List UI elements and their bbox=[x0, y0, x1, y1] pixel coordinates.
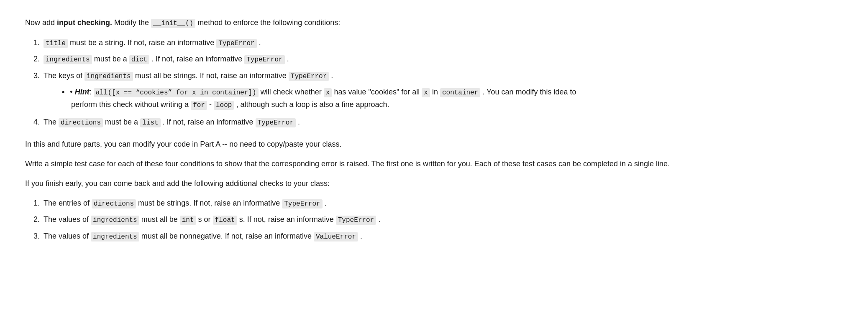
directions-code-1: directions bbox=[59, 118, 103, 127]
condition-item-1: title must be a string. If not, raise an… bbox=[42, 37, 820, 49]
cond3-end: . bbox=[331, 71, 333, 80]
hint-colon: : bbox=[90, 88, 94, 96]
condition-item-4: The directions must be a list . If not, … bbox=[42, 116, 820, 129]
extra3-suffix: must all be nonnegative. If not, raise a… bbox=[141, 232, 314, 240]
condition-item-3: The keys of ingredients must all be stri… bbox=[42, 70, 820, 111]
float-code: float bbox=[213, 216, 237, 225]
intro-paragraph: Now add input checking. Modify the __ini… bbox=[25, 17, 820, 29]
ingredients-code-3: ingredients bbox=[91, 216, 139, 225]
hint-code: all([x == “cookies” for x in container]) bbox=[94, 88, 259, 97]
init-code: __init__() bbox=[151, 19, 195, 28]
extra1-error: TypeError bbox=[282, 199, 322, 208]
intro-bold: input checking. bbox=[57, 18, 112, 27]
extra2-s2: s. If not, raise an informative bbox=[239, 215, 336, 224]
extra2-error: TypeError bbox=[336, 216, 376, 225]
hint-period: . You can modify this idea to bbox=[482, 88, 576, 96]
cond3-error: TypeError bbox=[289, 72, 329, 81]
int-code: int bbox=[180, 216, 196, 225]
dict-code: dict bbox=[129, 55, 149, 64]
cond4-end: . bbox=[298, 118, 300, 126]
extra-checks-list: The entries of directions must be string… bbox=[25, 197, 820, 243]
title-code: title bbox=[44, 39, 68, 48]
intro-rest: method to enforce the following conditio… bbox=[195, 18, 340, 27]
extra3-prefix: The values of bbox=[44, 232, 91, 240]
hint-line2: perform this check without writing a bbox=[62, 99, 189, 111]
extra-item-2: The values of ingredients must all be in… bbox=[42, 214, 820, 226]
cond4-error: TypeError bbox=[256, 118, 296, 127]
cond1-error: TypeError bbox=[216, 39, 256, 48]
extra1-suffix: must be strings. If not, raise an inform… bbox=[138, 199, 282, 207]
conditions-list: title must be a string. If not, raise an… bbox=[25, 37, 820, 129]
cond1-suffix: must be a string. If not, raise an infor… bbox=[70, 38, 216, 47]
finish-early: If you finish early, you can come back a… bbox=[25, 178, 820, 190]
ingredients-code-4: ingredients bbox=[91, 232, 139, 241]
hint-label: Hint bbox=[75, 88, 90, 96]
main-content: Now add input checking. Modify the __ini… bbox=[25, 17, 820, 242]
extra3-error: ValueError bbox=[314, 232, 358, 241]
condition-item-2: ingredients must be a dict . If not, rai… bbox=[42, 53, 820, 66]
cond2-suffix: . If not, raise an informative bbox=[151, 55, 244, 63]
hint-end: , although such a loop is also a fine ap… bbox=[236, 100, 389, 109]
cond1-end: . bbox=[259, 38, 261, 47]
hint-bullet-marker: • bbox=[70, 88, 74, 96]
directions-code-2: directions bbox=[92, 199, 136, 208]
extra2-s1: s or bbox=[198, 215, 213, 224]
extra2-prefix: The values of bbox=[44, 215, 91, 224]
cond2-error: TypeError bbox=[244, 55, 284, 64]
cond4-suffix: . If not, raise an informative bbox=[163, 118, 256, 126]
hint-loop: loop bbox=[214, 101, 234, 110]
extra-item-1: The entries of directions must be string… bbox=[42, 197, 820, 210]
hint-container: container bbox=[440, 88, 480, 97]
extra-item-3: The values of ingredients must all be no… bbox=[42, 230, 820, 243]
ingredients-code-1: ingredients bbox=[44, 55, 92, 64]
hint-for: for bbox=[191, 101, 207, 110]
hint-x2: x bbox=[422, 88, 430, 97]
intro-prefix: Now add bbox=[25, 18, 57, 27]
hint-has-value: has value "cookies" for all bbox=[334, 88, 422, 96]
ingredients-code-2: ingredients bbox=[84, 72, 133, 81]
extra2-mid: must all be bbox=[141, 215, 180, 224]
part-note: In this and future parts, you can modify… bbox=[25, 138, 820, 150]
extra1-end: . bbox=[325, 199, 327, 207]
intro-suffix: Modify the bbox=[112, 18, 151, 27]
extra1-prefix: The entries of bbox=[44, 199, 92, 207]
cond2-mid: must be a bbox=[94, 55, 129, 63]
hint-in: in bbox=[432, 88, 440, 96]
extra2-end: . bbox=[378, 215, 380, 224]
hint-dash: - bbox=[209, 100, 214, 109]
list-code: list bbox=[140, 118, 160, 127]
hint-x1: x bbox=[324, 88, 332, 97]
hint-middle: will check whether bbox=[261, 88, 324, 96]
cond4-prefix: The bbox=[44, 118, 59, 126]
cond3-suffix: must all be strings. If not, raise an in… bbox=[135, 71, 289, 80]
extra3-end: . bbox=[360, 232, 362, 240]
cond2-end: . bbox=[287, 55, 289, 63]
hint-list: • Hint: all([x == “cookies” for x in con… bbox=[44, 86, 820, 111]
hint-item: • Hint: all([x == “cookies” for x in con… bbox=[60, 86, 820, 111]
write-test: Write a simple test case for each of the… bbox=[25, 158, 820, 170]
cond3-prefix: The keys of bbox=[44, 71, 84, 80]
cond4-mid: must be a bbox=[105, 118, 140, 126]
